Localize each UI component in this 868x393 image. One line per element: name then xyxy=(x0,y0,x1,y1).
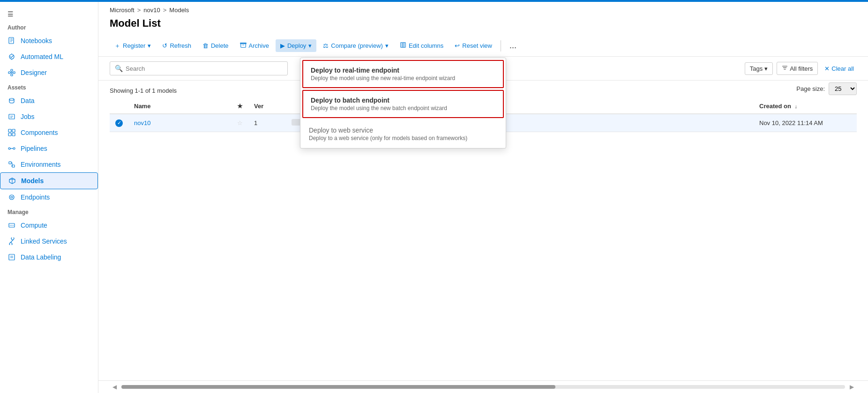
hamburger-menu[interactable]: ☰ xyxy=(0,6,98,21)
star-icon: ★ xyxy=(237,103,243,110)
author-section-label: Author xyxy=(0,21,98,33)
data-labeling-icon xyxy=(7,253,16,261)
delete-button[interactable]: 🗑 Delete xyxy=(198,39,233,52)
tags-filter-chip[interactable]: Tags ▾ xyxy=(745,62,773,75)
refresh-icon: ↺ xyxy=(162,42,167,49)
row-checkbox[interactable]: ✓ xyxy=(110,114,128,132)
compute-label: Compute xyxy=(21,222,47,229)
search-input[interactable] xyxy=(126,65,283,72)
deploy-realtime-option[interactable]: Deploy to real-time endpoint Deploy the … xyxy=(302,60,504,88)
breadcrumb: Microsoft > nov10 > Models xyxy=(98,2,868,15)
sidebar-item-endpoints[interactable]: Endpoints xyxy=(0,189,98,205)
linked-services-label: Linked Services xyxy=(21,237,67,245)
designer-label: Designer xyxy=(21,69,47,76)
col-header-name[interactable]: Name xyxy=(128,99,232,114)
row-version: 1 xyxy=(248,114,286,132)
toolbar: ＋ Register ▾ ↺ Refresh 🗑 Delete Archive … xyxy=(98,35,868,57)
endpoints-label: Endpoints xyxy=(21,193,50,201)
linked-services-icon xyxy=(7,237,16,245)
deploy-dropdown: Deploy to real-time endpoint Deploy the … xyxy=(300,58,506,148)
clear-all-button[interactable]: ✕ Clear all xyxy=(822,63,857,74)
tags-filter-label: Tags xyxy=(750,65,763,72)
refresh-button[interactable]: ↺ Refresh xyxy=(157,39,196,52)
components-icon xyxy=(7,128,16,137)
pipelines-label: Pipelines xyxy=(21,145,47,152)
edit-columns-button[interactable]: Edit columns xyxy=(395,39,448,52)
jobs-icon xyxy=(7,112,16,121)
archive-icon xyxy=(240,42,247,50)
sidebar-item-pipelines[interactable]: Pipelines xyxy=(0,141,98,156)
page-size-row: Page size: 25 50 100 xyxy=(796,81,857,99)
deploy-chevron-icon: ▾ xyxy=(308,42,312,49)
sidebar-item-notebooks[interactable]: Notebooks xyxy=(0,33,98,49)
svg-line-35 xyxy=(11,241,13,242)
compare-button[interactable]: ⚖ Compare (preview) ▾ xyxy=(318,39,393,52)
svg-point-30 xyxy=(11,196,13,198)
search-box[interactable]: 🔍 xyxy=(110,61,288,75)
sidebar-item-components[interactable]: Components xyxy=(0,125,98,141)
more-button[interactable]: ... xyxy=(505,38,521,53)
svg-rect-39 xyxy=(240,44,246,47)
model-name-link[interactable]: nov10 xyxy=(134,119,150,126)
sidebar-item-environments[interactable]: Environments xyxy=(0,156,98,172)
automated-ml-icon xyxy=(7,52,16,61)
models-label: Models xyxy=(21,177,44,185)
deploy-webservice-desc: Deploy to a web service (only for models… xyxy=(309,135,497,141)
reset-view-icon: ↩ xyxy=(455,42,460,49)
deploy-webservice-option[interactable]: Deploy to web service Deploy to a web se… xyxy=(300,120,506,148)
models-icon xyxy=(8,177,16,185)
sidebar-item-jobs[interactable]: Jobs xyxy=(0,109,98,125)
sidebar-item-data[interactable]: Data xyxy=(0,93,98,109)
created-col-label: Created on xyxy=(759,103,791,110)
svg-rect-8 xyxy=(11,74,13,76)
sidebar: ☰ Author Notebooks Automated ML Designer… xyxy=(0,2,98,393)
svg-rect-36 xyxy=(9,254,15,260)
col-header-star: ★ xyxy=(232,99,248,114)
page-size-label: Page size: xyxy=(796,85,825,92)
deploy-realtime-desc: Deploy the model using the new real-time… xyxy=(311,75,495,82)
plus-icon: ＋ xyxy=(114,42,120,50)
col-header-version[interactable]: Ver xyxy=(248,99,286,114)
register-chevron-icon: ▾ xyxy=(148,42,151,49)
scroll-left-arrow[interactable]: ◀ xyxy=(110,383,120,391)
page-size-select[interactable]: 25 50 100 xyxy=(829,82,857,95)
scroll-right-arrow[interactable]: ▶ xyxy=(847,383,857,391)
ver-col-label: Ver xyxy=(254,103,263,110)
svg-point-29 xyxy=(9,195,14,200)
horizontal-scrollbar: ◀ ▶ xyxy=(98,380,868,393)
svg-rect-15 xyxy=(8,129,11,132)
sidebar-item-designer[interactable]: Designer xyxy=(0,65,98,81)
col-header-created[interactable]: Created on ↓ xyxy=(754,99,857,114)
showing-label: Showing 1-1 of 1 models xyxy=(110,82,177,98)
register-button[interactable]: ＋ Register ▾ xyxy=(110,39,156,53)
delete-icon: 🗑 xyxy=(202,42,209,49)
svg-rect-17 xyxy=(8,133,11,136)
compute-icon xyxy=(7,221,16,230)
breadcrumb-microsoft[interactable]: Microsoft xyxy=(110,7,135,14)
sidebar-item-automated-ml[interactable]: Automated ML xyxy=(0,49,98,65)
sidebar-item-models[interactable]: Models xyxy=(0,172,98,189)
row-star[interactable]: ☆ xyxy=(232,114,248,132)
svg-rect-42 xyxy=(404,43,406,48)
svg-rect-23 xyxy=(12,165,15,167)
scrollbar-thumb[interactable] xyxy=(121,385,555,389)
sidebar-item-linked-services[interactable]: Linked Services xyxy=(0,233,98,249)
deploy-batch-option[interactable]: Deploy to batch endpoint Deploy the mode… xyxy=(302,90,504,118)
reset-view-button[interactable]: ↩ Reset view xyxy=(450,39,497,52)
breadcrumb-nov10[interactable]: nov10 xyxy=(143,7,160,14)
deploy-realtime-title: Deploy to real-time endpoint xyxy=(311,67,495,74)
deploy-button[interactable]: ▶ Deploy ▾ xyxy=(276,39,316,52)
main-content: Microsoft > nov10 > Models Model List ＋ … xyxy=(98,2,868,393)
endpoints-icon xyxy=(7,193,16,201)
toolbar-divider xyxy=(501,40,501,52)
scrollbar-track[interactable] xyxy=(121,385,845,389)
sidebar-item-compute[interactable]: Compute xyxy=(0,217,98,233)
sidebar-item-data-labeling[interactable]: Data Labeling xyxy=(0,249,98,265)
svg-rect-41 xyxy=(401,43,403,48)
col-header-check xyxy=(110,99,128,114)
clear-icon: ✕ xyxy=(824,65,830,72)
designer-icon xyxy=(7,68,16,77)
archive-button[interactable]: Archive xyxy=(235,39,274,52)
compare-label: Compare (preview) xyxy=(331,42,383,49)
all-filters-chip[interactable]: All filters xyxy=(777,62,818,75)
